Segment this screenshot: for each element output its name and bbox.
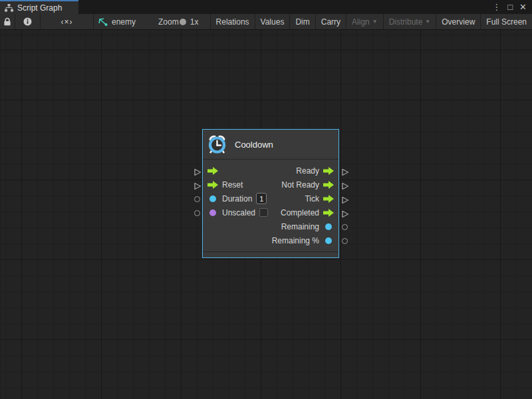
lock-button[interactable] xyxy=(0,14,15,29)
breadcrumb-label: enemy xyxy=(112,17,136,27)
window-menu-icon[interactable]: ⋮ xyxy=(492,3,501,11)
close-icon[interactable]: ✕ xyxy=(519,3,527,11)
port-output-completed[interactable]: Completed xyxy=(271,208,338,217)
port-label: Unscaled xyxy=(222,208,255,217)
node-port-row: Duration Tick xyxy=(203,192,338,205)
port-output-ready[interactable]: Ready xyxy=(271,166,338,176)
values-button[interactable]: Values xyxy=(255,14,290,29)
flow-output-connector[interactable] xyxy=(341,181,349,193)
node-footer xyxy=(203,251,338,257)
graph-toolbar: ‹×› enemy Zoom 1x Relations Values xyxy=(0,14,532,30)
port-output-remaining[interactable]: Remaining xyxy=(271,222,338,231)
breadcrumb[interactable]: enemy xyxy=(94,14,142,29)
dropdown-caret-icon: ▼ xyxy=(425,19,430,25)
graph-canvas[interactable]: Cooldown Ready Reset xyxy=(0,30,532,399)
flow-arrow-icon xyxy=(323,181,334,189)
flow-input-connector[interactable] xyxy=(194,167,201,179)
flow-arrow-icon xyxy=(323,209,334,217)
window-controls: ⋮ □ ✕ xyxy=(492,0,532,14)
align-button-label: Align xyxy=(352,17,370,27)
align-button[interactable]: Align ▼ xyxy=(346,14,383,29)
graph-breadcrumb-icon xyxy=(98,17,108,27)
flow-arrow-icon xyxy=(323,167,334,175)
node-port-row: Remaining % xyxy=(203,233,338,247)
dropdown-caret-icon: ▼ xyxy=(372,19,378,25)
cooldown-node[interactable]: Cooldown Ready Reset xyxy=(202,129,339,258)
port-label: Ready xyxy=(296,166,319,176)
info-button[interactable] xyxy=(15,14,40,29)
tab-script-graph[interactable]: Script Graph xyxy=(0,0,78,14)
flow-arrow-icon xyxy=(323,195,334,203)
port-input-reset[interactable]: Reset xyxy=(203,180,271,190)
port-label: Completed xyxy=(281,208,319,217)
node-port-row: Unscaled Completed xyxy=(203,205,338,219)
port-label: Reset xyxy=(222,180,243,190)
tabbar-spacer xyxy=(78,0,492,14)
port-output-tick[interactable]: Tick xyxy=(271,194,338,203)
preview-source-button[interactable]: ‹×› xyxy=(41,14,93,29)
carry-button[interactable]: Carry xyxy=(316,14,346,29)
port-input-duration[interactable]: Duration xyxy=(203,193,271,204)
lock-icon xyxy=(3,17,11,26)
node-port-row: Ready xyxy=(203,164,338,178)
script-graph-window: Script Graph ⋮ □ ✕ xyxy=(0,0,532,399)
value-port-icon xyxy=(323,237,334,245)
unscaled-checkbox[interactable] xyxy=(259,208,268,217)
flow-output-connector[interactable] xyxy=(341,209,349,221)
port-input-unscaled[interactable]: Unscaled xyxy=(203,208,271,217)
value-input-connector[interactable] xyxy=(194,196,200,202)
distribute-button-label: Distribute xyxy=(389,17,423,27)
graph-tree-icon xyxy=(5,4,13,12)
relations-button[interactable]: Relations xyxy=(211,14,255,29)
zoom-control: Zoom 1x xyxy=(142,14,210,29)
tab-title: Script Graph xyxy=(17,3,62,13)
port-output-not-ready[interactable]: Not Ready xyxy=(271,180,338,190)
flow-arrow-icon xyxy=(207,167,218,175)
flow-input-connector[interactable] xyxy=(194,181,201,193)
tab-bar: Script Graph ⋮ □ ✕ xyxy=(0,0,532,14)
port-input-enter[interactable] xyxy=(203,167,271,175)
dim-button[interactable]: Dim xyxy=(290,14,315,29)
node-title: Cooldown xyxy=(235,140,273,150)
overview-button[interactable]: Overview xyxy=(436,14,480,29)
value-output-connector[interactable] xyxy=(342,224,348,230)
node-header[interactable]: Cooldown xyxy=(203,130,338,160)
value-input-connector[interactable] xyxy=(194,210,200,216)
alarm-clock-icon xyxy=(207,134,227,155)
flow-output-connector[interactable] xyxy=(341,195,349,207)
zoom-value: 1x xyxy=(190,17,199,27)
port-label: Duration xyxy=(222,194,252,203)
value-port-icon xyxy=(207,209,218,217)
value-port-icon xyxy=(207,195,218,203)
port-label: Not Ready xyxy=(281,180,319,190)
zoom-label: Zoom xyxy=(158,17,179,27)
node-port-row: Remaining xyxy=(203,219,338,233)
fullscreen-button[interactable]: Full Screen xyxy=(481,14,532,29)
maximize-icon[interactable]: □ xyxy=(507,3,513,11)
value-port-icon xyxy=(323,223,334,231)
zoom-slider-thumb[interactable] xyxy=(180,19,186,25)
flow-arrow-icon xyxy=(207,181,218,189)
code-brackets-icon: ‹×› xyxy=(61,17,73,27)
port-label: Remaining xyxy=(281,222,319,231)
port-label: Tick xyxy=(305,194,319,203)
node-port-row: Reset Not Ready xyxy=(203,178,338,192)
port-output-remaining-percent[interactable]: Remaining % xyxy=(271,236,338,245)
duration-value-input[interactable] xyxy=(256,193,267,204)
info-icon xyxy=(23,17,32,26)
value-output-connector[interactable] xyxy=(342,238,348,244)
flow-output-connector[interactable] xyxy=(341,167,349,179)
zoom-slider[interactable] xyxy=(184,21,185,23)
port-label: Remaining % xyxy=(272,236,319,245)
node-body: Ready Reset Not Ready xyxy=(203,160,338,251)
distribute-button[interactable]: Distribute ▼ xyxy=(384,14,436,29)
